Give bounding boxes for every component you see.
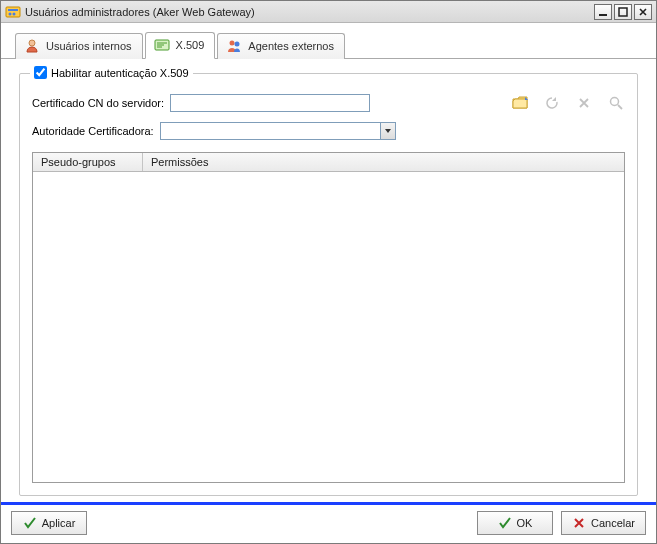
tab-external-agents[interactable]: Agentes externos	[217, 33, 345, 59]
minimize-button[interactable]	[594, 4, 612, 20]
svg-rect-5	[619, 8, 627, 16]
svg-point-3	[13, 12, 16, 15]
tab-internal-users[interactable]: Usuários internos	[15, 33, 143, 59]
svg-point-8	[230, 41, 235, 46]
cancel-button[interactable]: Cancelar	[561, 511, 646, 535]
server-cn-row: Certificado CN do servidor:	[32, 94, 625, 112]
svg-point-6	[29, 40, 35, 46]
x509-fieldset: Habilitar autenticação X.509 Certificado…	[19, 73, 638, 496]
users-icon	[226, 38, 242, 54]
server-cn-input[interactable]	[170, 94, 370, 112]
permissions-grid: Pseudo-grupos Permissões	[32, 152, 625, 483]
svg-rect-4	[599, 14, 607, 16]
app-icon	[5, 4, 21, 20]
refresh-button[interactable]	[543, 94, 561, 112]
grid-header: Pseudo-grupos Permissões	[33, 153, 624, 172]
maximize-button[interactable]	[614, 4, 632, 20]
ok-button[interactable]: OK	[477, 511, 553, 535]
open-cert-button[interactable]	[511, 94, 529, 112]
svg-point-2	[9, 12, 12, 15]
col-pseudo-groups[interactable]: Pseudo-grupos	[33, 153, 143, 171]
tab-label: X.509	[176, 39, 205, 51]
apply-button[interactable]: Aplicar	[11, 511, 87, 535]
ca-row: Autoridade Certificadora:	[32, 122, 625, 140]
enable-x509-label: Habilitar autenticação X.509	[51, 67, 189, 79]
server-cn-label: Certificado CN do servidor:	[32, 97, 164, 109]
ca-input[interactable]	[160, 122, 380, 140]
search-button[interactable]	[607, 94, 625, 112]
title-bar: Usuários administradores (Aker Web Gatew…	[1, 1, 656, 23]
check-icon	[23, 516, 37, 530]
svg-rect-0	[6, 7, 20, 17]
user-icon	[24, 38, 40, 54]
ca-combo[interactable]	[160, 122, 396, 140]
ca-dropdown-button[interactable]	[380, 122, 396, 140]
col-permissions[interactable]: Permissões	[143, 153, 624, 171]
cross-icon	[572, 516, 586, 530]
tab-label: Agentes externos	[248, 40, 334, 52]
enable-x509-legend: Habilitar autenticação X.509	[30, 66, 193, 79]
grid-body[interactable]	[33, 172, 624, 482]
ca-label: Autoridade Certificadora:	[32, 125, 154, 137]
svg-point-9	[235, 42, 240, 47]
close-button[interactable]	[634, 4, 652, 20]
footer-bar: Aplicar OK Cancelar	[1, 502, 656, 543]
ok-label: OK	[517, 517, 533, 529]
tab-x509[interactable]: X.509	[145, 32, 216, 59]
tab-bar: Usuários internos X.509	[1, 23, 656, 59]
check-icon	[498, 516, 512, 530]
admin-users-window: Usuários administradores (Aker Web Gatew…	[0, 0, 657, 544]
tab-label: Usuários internos	[46, 40, 132, 52]
tab-content-x509: Habilitar autenticação X.509 Certificado…	[1, 59, 656, 502]
window-buttons	[594, 4, 652, 20]
client-area: Usuários internos X.509	[1, 23, 656, 543]
svg-point-10	[611, 98, 619, 106]
enable-x509-checkbox[interactable]	[34, 66, 47, 79]
certificate-icon	[154, 37, 170, 53]
cancel-label: Cancelar	[591, 517, 635, 529]
delete-button[interactable]	[575, 94, 593, 112]
window-title: Usuários administradores (Aker Web Gatew…	[25, 6, 594, 18]
apply-label: Aplicar	[42, 517, 76, 529]
cert-toolbar	[511, 94, 625, 112]
svg-rect-1	[8, 9, 18, 11]
